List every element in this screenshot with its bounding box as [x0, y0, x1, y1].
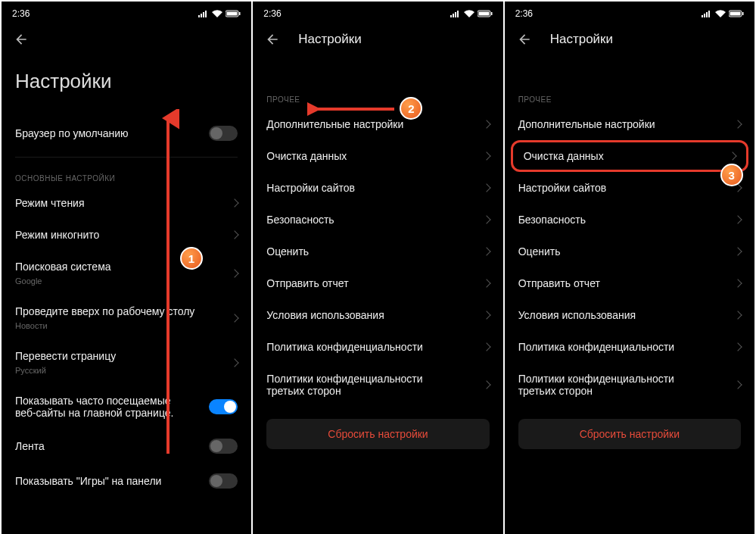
label: Браузер по умолчанию — [15, 127, 129, 139]
row-privacy[interactable]: Политика конфиденциальности — [253, 331, 502, 363]
annotation-arrow-left — [307, 100, 398, 118]
svg-rect-13 — [478, 12, 489, 16]
row-send-report[interactable]: Отправить отчет — [253, 267, 502, 299]
chevron-icon — [733, 311, 742, 319]
row-default-browser[interactable]: Браузер по умолчанию — [2, 116, 251, 151]
toggle-show-frequent[interactable] — [209, 399, 238, 414]
back-icon[interactable] — [14, 32, 29, 47]
svg-rect-22 — [742, 12, 744, 15]
section-label-main: ОСНОВНЫЕ НАСТРОЙКИ — [2, 164, 251, 187]
status-time: 2:36 — [263, 8, 281, 19]
row-security[interactable]: Безопасность — [253, 204, 502, 236]
svg-rect-0 — [198, 15, 200, 17]
row-feed[interactable]: Лента — [2, 429, 251, 464]
chevron-icon — [482, 380, 490, 389]
reset-button[interactable]: Сбросить настройки — [266, 419, 489, 449]
row-site-settings[interactable]: Настройки сайтов — [505, 172, 754, 204]
status-time: 2:36 — [515, 8, 533, 19]
chevron-icon — [482, 311, 490, 319]
row-clear-data-highlighted[interactable]: Очистка данных — [511, 140, 748, 172]
svg-rect-11 — [457, 11, 459, 17]
svg-rect-10 — [455, 12, 456, 17]
chevron-icon — [482, 279, 490, 287]
row-site-settings[interactable]: Настройки сайтов — [253, 172, 502, 204]
row-show-games[interactable]: Показывать "Игры" на панели — [2, 464, 251, 498]
chevron-icon — [733, 120, 742, 128]
chevron-icon — [482, 215, 490, 223]
chevron-icon — [733, 342, 742, 351]
row-security[interactable]: Безопасность — [505, 204, 754, 236]
svg-rect-16 — [702, 15, 703, 17]
svg-rect-14 — [491, 12, 493, 15]
row-third-party[interactable]: Политики конфиденциальности третьих стор… — [253, 363, 502, 407]
back-icon[interactable] — [517, 32, 532, 47]
row-additional[interactable]: Дополнительные настройки — [505, 108, 754, 140]
row-terms[interactable]: Условия использования — [505, 299, 754, 331]
status-icons — [450, 10, 493, 17]
status-bar: 2:36 — [2, 2, 251, 24]
back-icon[interactable] — [265, 32, 280, 47]
status-time: 2:36 — [12, 8, 30, 19]
reset-button[interactable]: Сбросить настройки — [518, 419, 741, 449]
annotation-badge-3: 3 — [720, 164, 743, 186]
row-search-engine[interactable]: Поисковая системаGoogle — [2, 251, 251, 295]
row-third-party[interactable]: Политики конфиденциальности третьих стор… — [505, 363, 754, 407]
chevron-icon — [733, 279, 742, 287]
phone-screen-3: 2:36 Настройки ПРОЧЕЕ Дополнительные нас… — [505, 2, 754, 534]
chevron-icon — [733, 247, 742, 255]
row-send-report[interactable]: Отправить отчет — [505, 267, 754, 299]
row-show-frequent[interactable]: Показывать часто посещаемые веб-сайты на… — [2, 385, 251, 429]
toggle-feed[interactable] — [209, 439, 238, 454]
svg-rect-6 — [239, 12, 241, 15]
svg-rect-1 — [201, 14, 202, 17]
chevron-icon — [231, 198, 239, 207]
toggle-show-games[interactable] — [209, 473, 238, 489]
row-swipe-up[interactable]: Проведите вверх по рабочему столуНовости — [2, 295, 251, 340]
svg-rect-2 — [203, 12, 204, 17]
row-terms[interactable]: Условия использования — [253, 299, 502, 331]
chevron-icon — [482, 120, 490, 128]
chevron-icon — [728, 151, 736, 160]
chevron-icon — [482, 183, 490, 192]
svg-rect-8 — [450, 15, 452, 17]
svg-rect-18 — [706, 12, 708, 17]
chevron-icon — [733, 380, 742, 389]
chevron-icon — [482, 342, 490, 351]
status-icons — [702, 10, 744, 17]
chevron-icon — [231, 358, 239, 367]
header-title: Настройки — [298, 32, 361, 47]
row-translate[interactable]: Перевести страницуРусский — [2, 340, 251, 385]
svg-rect-17 — [704, 14, 705, 17]
phone-screen-1: 2:36 Настройки Браузер по умолчанию ОСНО… — [2, 2, 251, 534]
section-label-other: ПРОЧЕЕ — [505, 85, 754, 108]
row-rate[interactable]: Оценить — [505, 236, 754, 267]
status-bar: 2:36 — [253, 2, 502, 24]
page-title: Настройки — [2, 55, 251, 116]
chevron-icon — [231, 314, 239, 322]
row-reading-mode[interactable]: Режим чтения — [2, 187, 251, 219]
svg-rect-21 — [730, 12, 740, 16]
chevron-icon — [482, 247, 490, 255]
phone-screen-2: 2:36 Настройки ПРОЧЕЕ Дополнительные нас… — [253, 2, 502, 534]
status-icons — [198, 10, 241, 17]
chevron-icon — [231, 269, 239, 277]
header — [2, 24, 251, 55]
row-clear-data[interactable]: Очистка данных — [253, 140, 502, 172]
svg-rect-9 — [453, 14, 454, 17]
svg-rect-19 — [708, 11, 710, 17]
toggle-default-browser[interactable] — [209, 126, 238, 141]
annotation-badge-1: 1 — [180, 247, 203, 270]
row-incognito[interactable]: Режим инкогнито — [2, 219, 251, 251]
svg-rect-5 — [227, 12, 238, 16]
status-bar: 2:36 — [505, 2, 754, 24]
divider — [15, 157, 238, 158]
header: Настройки — [505, 24, 754, 55]
chevron-icon — [733, 215, 742, 223]
svg-rect-3 — [205, 11, 207, 17]
header-title: Настройки — [550, 32, 613, 47]
chevron-icon — [482, 151, 490, 160]
chevron-icon — [231, 230, 239, 239]
row-privacy[interactable]: Политика конфиденциальности — [505, 331, 754, 363]
header: Настройки — [253, 24, 502, 55]
row-rate[interactable]: Оценить — [253, 236, 502, 267]
